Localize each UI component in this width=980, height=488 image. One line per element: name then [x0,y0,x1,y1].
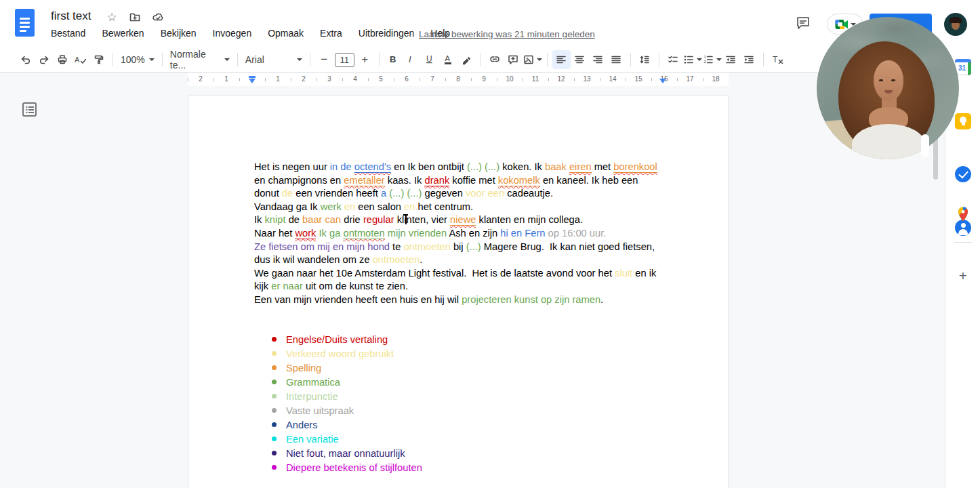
menu-uitbreidingen[interactable]: Uitbreidingen [359,28,415,39]
numbered-list-button[interactable]: 12 [702,50,722,69]
spellcheck-button[interactable]: A [71,50,89,69]
italic-button[interactable]: I [403,50,421,69]
document-canvas: Het is negen uur in de octend's en Ik be… [0,86,980,488]
keep-icon[interactable] [955,113,971,129]
text-segment: met [592,161,614,172]
paragraph-style-select[interactable]: Normale te... [167,49,232,70]
increase-font-size-button[interactable]: + [356,50,374,69]
doc-line[interactable]: Het is negen uur in de octend's en Ik be… [254,161,661,174]
align-justify-button[interactable] [607,50,626,69]
bulleted-list-button[interactable] [682,50,702,69]
menu-bestand[interactable]: Bestand [51,28,85,39]
decrease-font-size-button[interactable]: − [315,50,333,69]
doc-line[interactable]: Vandaag ga Ik werk en een salon en het c… [254,201,661,214]
ruler-number: 2 [197,75,205,83]
ruler-number: 17 [684,75,695,83]
checklist-button[interactable] [664,50,682,69]
legend-label: Engelse/Duits vertaling [286,334,388,345]
font-select[interactable]: Arial [243,54,305,65]
doc-line[interactable]: We gaan naar het 10e Amsterdam Light fes… [254,267,661,281]
legend-item[interactable]: Vaste uitspraak [272,403,422,418]
legend-item[interactable]: Niet fout, maar onnatuurlijk [272,446,422,460]
menu-bewerken[interactable]: Bewerken [102,28,144,39]
move-folder-icon[interactable] [128,10,142,24]
legend-item[interactable]: Een variatie [272,432,422,446]
last-edit-link[interactable]: Laatste bewerking was 21 minuten geleden [419,29,595,39]
bold-button[interactable]: B [384,50,403,69]
text-segment: het centrum. [415,201,473,212]
legend-item[interactable]: Engelse/Duits vertaling [272,332,422,346]
print-button[interactable] [53,50,71,69]
menu-extra[interactable]: Extra [320,28,342,39]
underline-button[interactable]: U [421,50,439,69]
account-avatar[interactable] [944,13,967,36]
svg-text:B: B [390,54,396,64]
legend-item[interactable]: Diepere betekenis of stijlfouten [272,460,422,474]
menu-invoegen[interactable]: Invoegen [213,28,252,39]
undo-button[interactable] [16,50,35,69]
doc-line[interactable]: en champignons en emetaller kaas. Ik dra… [254,174,661,188]
doc-line[interactable]: dus ik wil wandelen om ze ontmoeten. [254,253,661,267]
text-segment: cadeautje. [504,188,553,199]
line-spacing-button[interactable] [636,50,654,69]
menu-opmaak[interactable]: Opmaak [268,28,304,39]
text-segment: (...) [466,241,481,252]
document-text[interactable]: Het is negen uur in de octend's en Ik be… [254,161,661,307]
doc-line[interactable]: Naar het work Ik ga ontmoten mijn vriend… [254,227,661,241]
align-right-button[interactable] [589,50,607,69]
cloud-status-icon[interactable] [151,10,165,24]
docs-logo-icon[interactable] [15,9,35,37]
doc-line[interactable]: Ik knipt de baar can drie regular klinte… [254,214,661,227]
decrease-indent-button[interactable] [722,50,740,69]
left-indent-marker[interactable] [249,79,256,83]
text-segment: We gaan naar het 10e Amsterdam Light fes… [254,268,615,279]
text-segment: en champignons en [254,175,344,186]
ruler-number: 4 [351,75,359,83]
align-center-button[interactable] [571,50,589,69]
text-segment: emetaller [344,175,384,186]
webcam-drag-handle[interactable] [921,134,929,157]
legend-bullet [272,465,277,470]
star-icon[interactable]: ☆ [105,10,119,24]
tasks-icon[interactable] [955,166,971,182]
doc-line[interactable]: kijk er naar uit om de kunst te zien. [254,280,661,293]
add-addon-button[interactable]: + [955,268,971,285]
increase-indent-button[interactable] [740,50,758,69]
legend-item[interactable]: Interpunctie [272,389,422,403]
text-segment: voor een [466,188,504,199]
document-page[interactable]: Het is negen uur in de octend's en Ik be… [188,95,729,488]
maps-icon[interactable] [955,206,971,222]
doc-line[interactable]: donut de een vrienden heeft a (...) (...… [254,187,661,201]
add-comment-button[interactable] [504,50,523,69]
ruler-number: 6 [403,75,411,83]
menu-bekijken[interactable]: Bekijken [161,28,197,39]
legend-item[interactable]: Spelling [272,361,422,375]
right-indent-marker[interactable] [659,79,666,83]
legend-item[interactable]: Grammatica [272,375,422,389]
show-outline-button[interactable] [22,102,37,117]
highlight-color-button[interactable] [457,50,476,69]
ruler-number: 8 [454,75,462,83]
ruler-number: 10 [504,75,515,83]
text-segment: Ik ga [319,228,344,239]
zoom-select[interactable]: 100% [118,54,157,65]
text-segment: en [404,201,415,212]
comment-history-icon[interactable] [795,15,811,31]
clear-formatting-button[interactable]: T [769,50,787,69]
text-segment: kokomelk [498,175,540,186]
legend-item[interactable]: Anders [272,418,422,432]
paint-format-button[interactable] [89,50,108,69]
doc-line[interactable]: Ze fietsen om mij en mijn hond te ontmoe… [254,241,661,254]
insert-link-button[interactable] [486,50,504,69]
redo-button[interactable] [35,50,53,69]
legend-item[interactable]: Verkeerd woord gebruikt [272,346,422,361]
webcam-overlay[interactable] [817,17,959,159]
text-color-button[interactable]: A [439,50,457,69]
document-title[interactable]: first text [51,9,91,23]
text-segment: Ik [254,214,265,225]
insert-image-button[interactable] [523,50,542,69]
align-left-button[interactable] [552,50,571,69]
font-size-input[interactable]: 11 [335,53,354,67]
doc-line[interactable]: Een van mijn vrienden heeft een huis en … [254,293,661,307]
legend-bullet [272,436,277,441]
